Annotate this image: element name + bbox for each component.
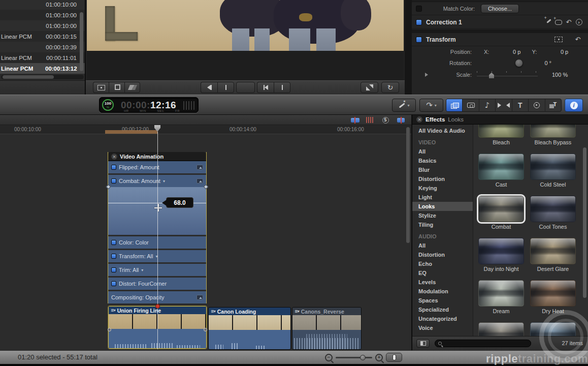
effects-category[interactable]: Tiling: [412, 220, 473, 229]
list-item[interactable]: Linear PCM00:00:11:01: [0, 52, 85, 63]
list-item[interactable]: Linear PCM00:00:13:12: [0, 63, 85, 74]
list-item[interactable]: Linear PCM00:00:10:15: [0, 31, 85, 42]
effects-category[interactable]: All: [412, 241, 473, 250]
generators-browser-button[interactable]: [529, 99, 545, 111]
effects-category[interactable]: Echo: [412, 259, 473, 268]
video-preview[interactable]: [87, 0, 404, 51]
parameter-checkbox[interactable]: [111, 178, 116, 184]
keyframe-handle[interactable]: [204, 185, 209, 190]
effects-category[interactable]: All: [412, 147, 473, 156]
list-item[interactable]: 01:00:10:00: [0, 0, 85, 10]
close-icon[interactable]: ×: [416, 116, 422, 123]
effect-item[interactable]: Cool Tones: [529, 196, 577, 231]
transform-onscreen-icon[interactable]: [553, 36, 564, 44]
zoom-out-icon[interactable]: −: [325, 354, 333, 361]
clip-appearance-button[interactable]: [386, 353, 402, 362]
expand-graph-icon[interactable]: [197, 178, 203, 184]
rotation-knob[interactable]: [515, 59, 523, 67]
parameter-checkbox[interactable]: [111, 281, 116, 286]
inspector-toggle-button[interactable]: i: [565, 99, 583, 112]
clip-filmstrip[interactable]: [292, 315, 361, 330]
expand-graph-icon[interactable]: [197, 295, 203, 300]
zoom-in-icon[interactable]: +: [375, 354, 383, 361]
effects-category[interactable]: Blur: [412, 165, 473, 174]
dropdown-arrow-icon[interactable]: ▾: [163, 179, 165, 184]
effect-thumbnail[interactable]: [530, 196, 576, 222]
effect-thumbnail[interactable]: [478, 322, 524, 336]
effects-category[interactable]: Light: [412, 193, 473, 202]
effects-category[interactable]: Modulation: [412, 287, 473, 296]
match-color-choose-button[interactable]: Choose...: [481, 4, 519, 13]
titles-browser-button[interactable]: T: [512, 99, 529, 111]
effect-item[interactable]: Dry Heat: [529, 280, 577, 315]
zoom-slider-thumb[interactable]: [360, 355, 366, 360]
effects-category[interactable]: Voice: [412, 323, 473, 332]
frame-back-button[interactable]: [201, 82, 217, 93]
parameter-checkbox[interactable]: [111, 165, 116, 170]
effects-category[interactable]: EQ: [412, 268, 473, 278]
color-mask-icon[interactable]: [543, 18, 553, 26]
effects-category[interactable]: All Video & Audio: [412, 126, 473, 135]
effects-category[interactable]: Stylize: [412, 211, 473, 220]
reset-transform-icon[interactable]: ↶: [573, 36, 583, 44]
clip-menu-icon[interactable]: ≡▾: [111, 308, 115, 313]
effect-thumbnail[interactable]: [530, 238, 576, 264]
browser-horizontal-scrollbar[interactable]: [1, 75, 84, 79]
effect-thumbnail[interactable]: [478, 238, 524, 264]
close-icon[interactable]: ×: [111, 154, 117, 160]
fullscreen-button[interactable]: [361, 82, 378, 93]
dropdown-arrow-icon[interactable]: ▾: [141, 268, 143, 272]
themes-browser-button[interactable]: [545, 99, 561, 111]
position-y-value[interactable]: 0 p: [537, 49, 568, 55]
transitions-browser-button[interactable]: [496, 99, 512, 111]
effect-thumbnail[interactable]: [530, 280, 576, 307]
keyframe-handle[interactable]: [108, 328, 111, 331]
browser-hscroll-thumb[interactable]: [3, 75, 54, 79]
snapping-toggle[interactable]: S: [379, 116, 392, 124]
effect-item[interactable]: [529, 322, 577, 336]
music-browser-button[interactable]: ♪: [479, 99, 496, 111]
rotation-value[interactable]: 0 °: [523, 60, 551, 66]
list-item[interactable]: 00:00:10:39: [0, 42, 85, 52]
audio-meters[interactable]: [183, 101, 194, 110]
effect-thumbnail[interactable]: [478, 196, 524, 222]
effect-item[interactable]: Day into Night: [477, 238, 526, 273]
timeline-clip-canons-reverse[interactable]: ≡▾Canons_Reverse: [292, 307, 362, 350]
list-item[interactable]: 01:00:10:00: [0, 20, 85, 31]
effect-thumbnail[interactable]: [530, 322, 576, 336]
zoom-slider[interactable]: [336, 357, 372, 358]
clip-body[interactable]: [209, 330, 290, 349]
effect-thumbnail[interactable]: [530, 154, 576, 180]
playhead-line[interactable]: [157, 132, 158, 349]
reset-correction-icon[interactable]: ↶: [564, 18, 574, 26]
effect-item[interactable]: Bleach: [477, 125, 526, 146]
transform-button[interactable]: [93, 82, 109, 93]
frame-forward-button[interactable]: [217, 82, 234, 93]
parameter-checkbox[interactable]: [111, 254, 116, 259]
position-x-value[interactable]: 0 p: [489, 49, 520, 55]
effects-category[interactable]: Distortion: [412, 174, 473, 184]
effects-category[interactable]: Uncategorized: [412, 314, 473, 323]
effects-category[interactable]: Specialized: [412, 305, 473, 314]
parameter-checkbox[interactable]: [111, 240, 116, 245]
effect-thumbnail[interactable]: [478, 125, 524, 138]
effects-category[interactable]: Basics: [412, 156, 473, 165]
previous-edit-button[interactable]: [257, 82, 274, 93]
enhancements-menu-button[interactable]: ▾: [392, 99, 416, 112]
clip-body[interactable]: [292, 330, 361, 349]
effects-category[interactable]: Keying: [412, 184, 473, 193]
expand-graph-icon[interactable]: [197, 165, 203, 170]
sidebar-toggle-button[interactable]: [416, 339, 430, 348]
next-edit-button[interactable]: [274, 82, 290, 93]
timeline-ruler[interactable]: 00:00:10:0000:00:12:0000:00:14:0000:00:1…: [0, 125, 411, 134]
scale-slider[interactable]: [477, 71, 538, 78]
solo-toggle[interactable]: [394, 116, 407, 124]
effects-category[interactable]: Distortion: [412, 250, 473, 259]
effect-thumbnail[interactable]: [478, 154, 524, 180]
clip-menu-icon[interactable]: ≡▾: [211, 309, 215, 314]
effect-item[interactable]: Desert Glare: [529, 238, 577, 273]
match-color-checkbox[interactable]: [416, 6, 422, 12]
timeline-clip-canon-loading[interactable]: ≡▾Canon Loading: [208, 307, 291, 350]
scale-value[interactable]: 100 %: [552, 72, 568, 78]
effect-item[interactable]: Bleach Bypass: [529, 125, 577, 146]
